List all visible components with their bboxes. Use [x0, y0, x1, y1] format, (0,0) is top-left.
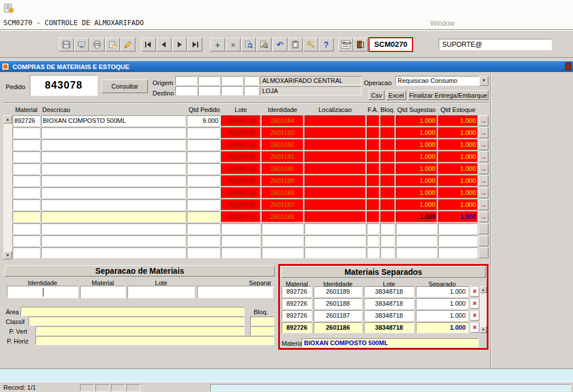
sep-separar-input[interactable] — [197, 286, 273, 298]
origem-code-4-input[interactable] — [244, 76, 259, 85]
exit-button[interactable] — [353, 38, 368, 51]
origem-code-2-input[interactable] — [198, 76, 220, 85]
destino-code-1-input[interactable] — [175, 86, 197, 95]
scroll-down-icon[interactable]: ▼ — [480, 326, 487, 333]
material-cell[interactable] — [13, 247, 40, 258]
separate-row-button[interactable]: → — [479, 139, 488, 150]
separate-row-button[interactable]: → — [479, 151, 488, 162]
descricao-cell[interactable] — [41, 235, 186, 246]
pedido-input[interactable]: 843078 — [30, 75, 98, 96]
separado-row: 892726 2601189 38348718 1.000 × — [280, 286, 487, 297]
separate-row-button[interactable]: → — [479, 187, 488, 198]
qtd-pedido-cell[interactable] — [187, 139, 220, 150]
finalizar-entrega-button[interactable]: Finalizar Entrega/Embarque — [408, 90, 488, 100]
report-button[interactable] — [74, 38, 89, 51]
destino-code-2-input[interactable] — [198, 86, 220, 95]
delete-record-button[interactable]: × — [226, 38, 241, 51]
canvas-title: COMPRAS DE MATERIAIS E ESTOQUE — [13, 63, 129, 70]
qtd-pedido-cell[interactable]: 9.000 — [187, 115, 220, 126]
material-cell[interactable] — [13, 223, 40, 234]
separados-scrollbar[interactable]: ▲ ▼ — [480, 286, 487, 333]
qtd-pedido-cell[interactable] — [187, 187, 220, 198]
enter-query-button[interactable] — [241, 38, 256, 51]
scroll-up-icon[interactable]: ▲ — [480, 286, 487, 293]
remove-item-button[interactable]: × — [470, 311, 479, 321]
descricao-cell[interactable] — [41, 199, 186, 210]
sep-identidade-input[interactable] — [7, 286, 78, 298]
edit-button[interactable] — [121, 38, 135, 51]
descricao-cell[interactable] — [41, 127, 186, 138]
qtd-pedido-cell[interactable] — [187, 247, 220, 258]
bloq-cell — [380, 163, 395, 174]
qtd-pedido-cell[interactable] — [187, 127, 220, 138]
material-cell[interactable] — [13, 175, 40, 186]
chevron-down-icon[interactable]: ▼ — [479, 76, 488, 86]
qtd-pedido-cell[interactable] — [187, 223, 220, 234]
identidade-cell — [262, 247, 303, 258]
origem-code-3-input[interactable] — [221, 76, 243, 85]
remove-item-button[interactable]: × — [470, 299, 479, 309]
remove-item-button[interactable]: × — [470, 323, 479, 333]
material-cell[interactable] — [13, 235, 40, 246]
sep-lote-input[interactable] — [127, 286, 195, 298]
descricao-cell[interactable] — [41, 151, 186, 162]
remove-item-button[interactable]: × — [470, 287, 479, 297]
help-button[interactable]: ? — [319, 38, 334, 51]
qtd-pedido-cell[interactable] — [187, 151, 220, 162]
print-button[interactable] — [90, 38, 105, 51]
save-button[interactable] — [59, 38, 74, 51]
last-record-button[interactable] — [187, 38, 202, 51]
separate-row-button[interactable]: → — [479, 211, 488, 222]
material-cell[interactable] — [13, 127, 40, 138]
menu-window[interactable]: Window — [430, 19, 455, 27]
print-setup-button[interactable] — [105, 38, 120, 51]
first-record-icon — [144, 40, 153, 49]
destino-code-3-input[interactable] — [221, 86, 243, 95]
material-cell[interactable] — [13, 151, 40, 162]
execute-query-button[interactable] — [257, 38, 271, 51]
material-desc-value: BIOXAN COMPOSTO 500ML — [304, 339, 388, 346]
qtd-pedido-cell[interactable] — [187, 235, 220, 246]
menu-button[interactable]: Menu — [338, 38, 353, 51]
first-record-button[interactable] — [141, 38, 156, 51]
material-cell[interactable] — [13, 199, 40, 210]
separate-row-button[interactable]: → — [479, 175, 488, 186]
material-cell[interactable] — [13, 187, 40, 198]
undo-button[interactable]: ↶ — [273, 38, 287, 51]
qtd-pedido-cell[interactable] — [187, 175, 220, 186]
consultar-button[interactable]: Consultar — [102, 79, 148, 93]
qtd-pedido-cell[interactable] — [187, 163, 220, 174]
sep-material-input[interactable] — [80, 286, 126, 298]
qtd-pedido-cell[interactable] — [187, 199, 220, 210]
scrollbar-track[interactable] — [480, 293, 487, 326]
operacao-select[interactable]: Requisicao Consumo ▼ — [395, 76, 488, 86]
descricao-cell[interactable] — [41, 187, 186, 198]
separate-row-button[interactable]: → — [479, 115, 488, 126]
next-record-button[interactable] — [172, 38, 187, 51]
descricao-cell[interactable] — [41, 211, 186, 222]
material-cell[interactable] — [13, 163, 40, 174]
clipboard-button[interactable] — [288, 38, 303, 51]
descricao-cell[interactable]: BIOXAN COMPOSTO 500ML — [41, 115, 186, 126]
insert-record-button[interactable]: + — [210, 38, 225, 51]
excel-button[interactable]: Excel — [386, 90, 406, 100]
material-cell[interactable]: 892726 — [13, 115, 40, 126]
qtd-pedido-cell[interactable] — [187, 211, 220, 222]
separate-row-button[interactable]: → — [479, 163, 488, 174]
previous-record-button[interactable] — [157, 38, 171, 51]
fa-cell — [367, 151, 379, 162]
material-cell[interactable] — [13, 139, 40, 150]
material-cell[interactable] — [13, 211, 40, 222]
separate-row-button[interactable]: → — [479, 199, 488, 210]
show-keys-button[interactable] — [303, 38, 318, 51]
user-field[interactable]: SUPORTE@ — [439, 39, 552, 50]
descricao-cell[interactable] — [41, 247, 186, 258]
descricao-cell[interactable] — [41, 175, 186, 186]
descricao-cell[interactable] — [41, 163, 186, 174]
csv-button[interactable]: Csv — [368, 90, 384, 100]
destino-code-4-input[interactable] — [244, 86, 259, 95]
descricao-cell[interactable] — [41, 139, 186, 150]
descricao-cell[interactable] — [41, 223, 186, 234]
origem-code-1-input[interactable] — [175, 76, 197, 85]
separate-row-button[interactable]: → — [479, 127, 488, 138]
